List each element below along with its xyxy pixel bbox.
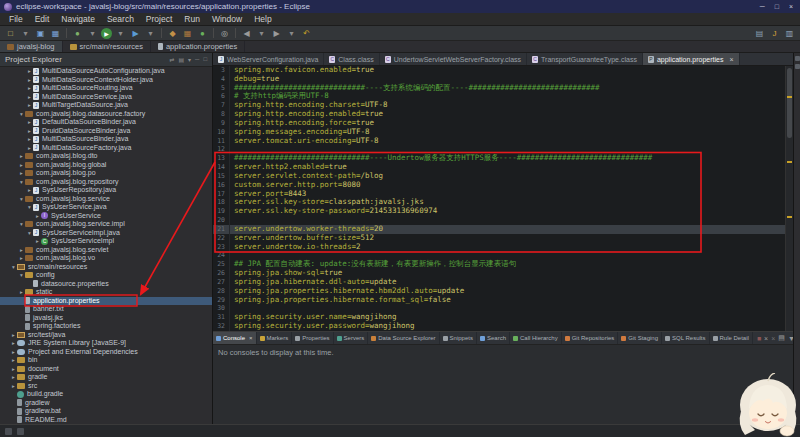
expand-arrow-icon[interactable]: ▸ [34,237,41,246]
tree-item-druiddatasourcebinder-java[interactable]: ▸JDruidDataSourceBinder.java [0,127,212,136]
tree-item-com-javalsj-blog-po[interactable]: ▸com.javalsj.blog.po [0,169,212,178]
expand-arrow-icon[interactable]: ▾ [26,229,33,238]
back-icon[interactable]: ◀ [240,27,253,39]
menu-search[interactable]: Search [101,14,140,24]
debug-dropdown-icon[interactable]: ▾ [86,27,99,39]
tree-item-build-gradle[interactable]: build.gradle [0,390,212,399]
expand-arrow-icon[interactable]: ▸ [18,246,25,255]
expand-arrow-icon[interactable]: ▸ [10,339,17,348]
maximize-button[interactable]: □ [775,3,779,10]
new-dropdown-icon[interactable]: ▾ [19,27,32,39]
editor-tab-webserverconfiguration-java[interactable]: JWebServerConfiguration.java [213,53,324,65]
expand-arrow-icon[interactable]: ▸ [26,101,33,110]
expand-arrow-icon[interactable]: ▸ [26,127,33,136]
expand-arrow-icon[interactable]: ▸ [18,288,25,297]
expand-arrow-icon[interactable]: ▸ [10,373,17,382]
tree-item-multidatasourcebinder-java[interactable]: ▸JMultiDataSourceBinder.java [0,135,212,144]
expand-arrow-icon[interactable]: ▸ [34,212,41,221]
expand-arrow-icon[interactable]: ▸ [18,254,25,263]
external-tools-icon[interactable]: ▶ [129,27,142,39]
editor-scrollbar[interactable] [785,66,793,331]
console-tab-call-hierarchy[interactable]: Call Hierarchy [510,332,562,344]
tree-item-multitargetdatasource-java[interactable]: ▸JMultiTargetDataSource.java [0,101,212,110]
editor-tab-class-class[interactable]: CClass.class [324,53,379,65]
tree-item-com-javalsj-blog-service[interactable]: ▾com.javalsj.blog.service [0,195,212,204]
tree-item-multidatasourceautoconfiguration-java[interactable]: ▸JMultiDataSourceAutoConfiguration.java [0,67,212,76]
forward-dropdown-icon[interactable]: ▾ [285,27,298,39]
expand-arrow-icon[interactable]: ▸ [26,186,33,195]
tree-item-static[interactable]: ▸static [0,288,212,297]
external-tools-dropdown-icon[interactable]: ▾ [144,27,157,39]
expand-arrow-icon[interactable]: ▸ [10,331,17,340]
console-tab-search[interactable]: Search [477,332,510,344]
console-tab-markers[interactable]: Markers [257,332,293,344]
menu-help[interactable]: Help [248,14,277,24]
tree-item-sysuserserviceimpl-java[interactable]: ▾JSysUserServiceImpl.java [0,229,212,238]
search-icon[interactable]: ◎ [218,27,231,39]
expand-arrow-icon[interactable]: ▸ [26,67,33,76]
tree-item-sysuserserviceimpl[interactable]: ▸CSysUserServiceImpl [0,237,212,246]
expand-arrow-icon[interactable]: ▸ [18,161,25,170]
tree-item-com-javalsj-blog-repository[interactable]: ▾com.javalsj.blog.repository [0,178,212,187]
expand-arrow-icon[interactable]: ▸ [26,84,33,93]
open-perspective-icon[interactable]: ▤ [753,27,766,39]
new-package-icon[interactable]: ▦ [181,27,194,39]
menu-run[interactable]: Run [178,14,206,24]
link-with-editor-icon[interactable]: ⇄ [169,56,174,63]
expand-arrow-icon[interactable]: ▸ [18,169,25,178]
tree-item-jre-system-library-javase-9[interactable]: ▸JRE System Library [JavaSE-9] [0,339,212,348]
tree-item-project-and-external-dependencies[interactable]: ▸Project and External Dependencies [0,348,212,357]
remove-launch-icon[interactable]: × [764,335,768,342]
tree-item-banner-txt[interactable]: banner.txt [0,305,212,314]
close-button[interactable]: × [789,3,793,10]
expand-arrow-icon[interactable]: ▸ [26,144,33,153]
console-tab-git-staging[interactable]: Git Staging [618,332,662,344]
tree-item-gradlew-bat[interactable]: gradlew.bat [0,407,212,416]
remove-all-terminated-icon[interactable]: × [771,335,775,342]
tree-item-com-javalsj-blog-vo[interactable]: ▸com.javalsj.blog.vo [0,254,212,263]
minimize-button[interactable]: ─ [760,3,765,10]
tree-item-src[interactable]: ▸src [0,382,212,391]
expand-arrow-icon[interactable]: ▸ [26,93,33,102]
menu-file[interactable]: File [3,14,29,24]
tree-item-multidatasourcerouting-java[interactable]: ▸JMultiDataSourceRouting.java [0,84,212,93]
tree-item-bin[interactable]: ▸bin [0,356,212,365]
collapse-all-icon[interactable]: ▤ [178,56,184,63]
tree-item-src-test-java[interactable]: ▸src/test/java [0,331,212,340]
clear-console-icon[interactable]: ▤ [778,334,785,342]
tree-item-sysuserservice[interactable]: ▸ISysUserService [0,212,212,221]
tree-item-javalsj-jks[interactable]: javalsj.jks [0,314,212,323]
tree-item-config[interactable]: ▾config [0,271,212,280]
console-tab-sql-results[interactable]: SQL Results [662,332,709,344]
expand-arrow-icon[interactable]: ▾ [18,271,25,280]
save-all-icon[interactable]: ▦ [49,27,62,39]
tree-item-com-javalsj-blog-global[interactable]: ▸com.javalsj.blog.global [0,161,212,170]
console-tab-console[interactable]: Console× [213,332,257,344]
menu-project[interactable]: Project [140,14,178,24]
editor-tab-undertowservletwebserverfactory-class[interactable]: CUndertowServletWebServerFactory.class [380,53,527,65]
forward-icon[interactable]: ▶ [270,27,283,39]
expand-arrow-icon[interactable]: ▸ [10,356,17,365]
maximize-view-icon[interactable]: □ [203,56,207,63]
editor-tab-transportguaranteetype-class[interactable]: CTransportGuaranteeType.class [527,53,643,65]
tree-item-multidatasourcefactory-java[interactable]: ▸JMultiDataSourceFactory.java [0,144,212,153]
expand-arrow-icon[interactable]: ▾ [18,110,25,119]
tree-item-com-javalsj-blog-datasource-factory[interactable]: ▾com.javalsj.blog.datasource.factory [0,110,212,119]
expand-arrow-icon[interactable]: ▸ [26,76,33,85]
tree-item-com-javalsj-blog-servlet[interactable]: ▸com.javalsj.blog.servlet [0,246,212,255]
expand-arrow-icon[interactable]: ▾ [26,203,33,212]
java-perspective-icon[interactable]: J [768,27,781,39]
tree-item-document[interactable]: ▸document [0,365,212,374]
javaee-perspective-icon[interactable]: ▥ [783,27,796,39]
expand-arrow-icon[interactable]: ▾ [18,220,25,229]
breadcrumb-javalsj-blog[interactable]: javalsj-blog [0,41,63,52]
console-tab-properties[interactable]: Properties [292,332,333,344]
console-tab-rule-detail[interactable]: Rule Detail [710,332,753,344]
close-tab-icon[interactable]: × [729,56,733,63]
new-wizard-icon[interactable]: □ [4,27,17,39]
expand-arrow-icon[interactable]: ▸ [10,348,17,357]
restore-view-icon[interactable] [795,64,800,69]
tree-item-readme-md[interactable]: README.md [0,416,212,425]
tree-item-defaultdatasourcebinder-java[interactable]: ▸JDefaultDataSourceBinder.java [0,118,212,127]
restore-view-icon[interactable] [795,56,800,61]
